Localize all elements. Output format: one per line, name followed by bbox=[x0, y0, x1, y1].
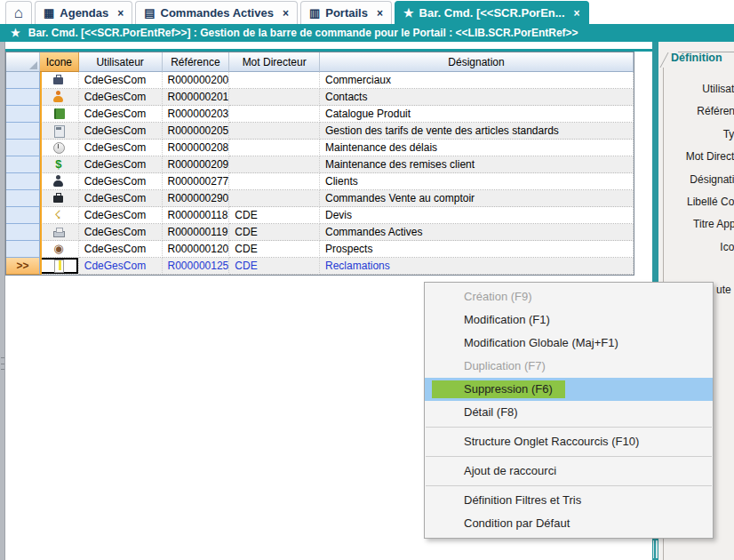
table-row[interactable]: CdeGesComR000000209Maintenance des remis… bbox=[6, 156, 634, 173]
field-label: Utilisate bbox=[686, 78, 734, 100]
row-selector[interactable] bbox=[6, 207, 40, 224]
star-icon bbox=[403, 7, 414, 19]
row-selector[interactable] bbox=[6, 106, 40, 123]
cell-designation: Commandes Vente au comptoir bbox=[320, 190, 634, 207]
row-selector[interactable] bbox=[6, 156, 40, 173]
table-row[interactable]: CdeGesComR000000200Commerciaux bbox=[6, 72, 634, 89]
cell-reference: R000000209 bbox=[163, 156, 230, 173]
cell-designation: Catalogue Produit bbox=[320, 106, 634, 123]
menu-separator bbox=[426, 456, 712, 457]
panel-partial-label: ute bbox=[716, 284, 731, 296]
cell-reference: R000000120 bbox=[163, 241, 230, 258]
close-icon[interactable]: × bbox=[574, 7, 580, 20]
command-bar-table: IconeUtilisateurRéférenceMot DirecteurDé… bbox=[5, 52, 634, 276]
menu-item-modification-globale-maj-f1[interactable]: Modification Globale (Maj+F1) bbox=[425, 332, 713, 355]
menu-item-création-f9[interactable]: Création (F9) bbox=[425, 285, 713, 308]
cell-icone bbox=[40, 207, 79, 224]
row-selector[interactable] bbox=[6, 173, 40, 190]
row-selector[interactable] bbox=[6, 72, 40, 89]
menu-item-duplication-f7[interactable]: Duplication (F7) bbox=[425, 355, 713, 378]
tab-definition[interactable]: Définition bbox=[671, 52, 722, 64]
tab-portails[interactable]: Portails× bbox=[300, 1, 392, 24]
cell-icone bbox=[40, 156, 79, 173]
table-row[interactable]: CdeGesComR000000205Gestion des tarifs de… bbox=[6, 123, 634, 140]
cell-reference: R000000118 bbox=[163, 207, 230, 224]
menu-item-définition-filtres-et-tris[interactable]: Définition Filtres et Tris bbox=[425, 489, 713, 512]
menu-item-condition-par-défaut[interactable]: Condition par Défaut bbox=[425, 512, 713, 535]
cell-designation: Prospects bbox=[320, 241, 634, 258]
row-selector[interactable] bbox=[6, 89, 40, 106]
menu-item-détail-f8[interactable]: Détail (F8) bbox=[425, 401, 713, 424]
cell-icone bbox=[40, 173, 79, 190]
cell-utilisateur: CdeGesCom bbox=[79, 258, 163, 275]
context-menu: Création (F9)Modification (F1)Modificati… bbox=[424, 282, 714, 539]
table-body: CdeGesComR000000200CommerciauxCdeGesComR… bbox=[6, 72, 634, 275]
cell-reference: R000000290 bbox=[163, 190, 230, 207]
table-row[interactable]: CdeGesComR000000290Commandes Vente au co… bbox=[6, 190, 634, 207]
row-selector[interactable]: >> bbox=[6, 258, 40, 275]
cell-utilisateur: CdeGesCom bbox=[79, 156, 163, 173]
tab-bar-cmd[interactable]: Bar. Cmd. [<<SCR.PorEn...× bbox=[395, 1, 589, 24]
menu-item-label: Suppression (F6) bbox=[432, 380, 565, 398]
row-selector[interactable] bbox=[6, 224, 40, 241]
cell-designation: Gestion des tarifs de vente des articles… bbox=[320, 123, 634, 140]
cell-reference: R000000203 bbox=[163, 106, 230, 123]
close-icon[interactable]: × bbox=[283, 7, 289, 20]
table-row[interactable]: CdeGesComR000000201Contacts bbox=[6, 89, 634, 106]
calendar-icon bbox=[44, 7, 54, 19]
cell-utilisateur: CdeGesCom bbox=[79, 123, 163, 140]
column-header-référence[interactable]: Référence bbox=[163, 52, 230, 72]
table-scroll-area bbox=[634, 52, 652, 276]
table-row[interactable]: CdeGesComR000000277Clients bbox=[6, 173, 634, 190]
tab-home[interactable] bbox=[5, 1, 32, 24]
column-header-utilisateur[interactable]: Utilisateur bbox=[79, 52, 163, 72]
column-header-icone[interactable]: Icone bbox=[40, 52, 79, 72]
screen-title-bar: Bar. Cmd. [<<SCR.PorEntRef>>] : Gestion … bbox=[0, 24, 734, 42]
star-icon bbox=[11, 27, 20, 39]
green-book-icon bbox=[52, 108, 65, 120]
menu-item-ajout-de-raccourci[interactable]: Ajout de raccourci bbox=[425, 460, 713, 483]
table-row[interactable]: CdeGesComR000000119CDECommandes Actives bbox=[6, 224, 634, 241]
cell-utilisateur: CdeGesCom bbox=[79, 224, 163, 241]
table-row[interactable]: >>CdeGesComR000000125CDEReclamations bbox=[6, 258, 634, 275]
row-selector[interactable] bbox=[6, 123, 40, 140]
cell-icone bbox=[40, 258, 79, 275]
tab-commandes-actives[interactable]: Commandes Actives× bbox=[135, 1, 298, 24]
table-row[interactable]: CdeGesComR000000120CDEProspects bbox=[6, 241, 634, 258]
tab-label: Portails bbox=[325, 6, 368, 20]
cell-designation: Commerciaux bbox=[320, 72, 634, 89]
column-header-désignation[interactable]: Désignation bbox=[320, 52, 634, 72]
row-selector[interactable] bbox=[6, 241, 40, 258]
close-icon[interactable]: × bbox=[377, 7, 383, 20]
cell-mot-directeur: CDE bbox=[229, 207, 320, 224]
splitter-grip-icon bbox=[1, 357, 4, 370]
cell-utilisateur: CdeGesCom bbox=[79, 72, 163, 89]
table-row[interactable]: CdeGesComR000000203Catalogue Produit bbox=[6, 106, 634, 123]
select-all-header[interactable] bbox=[6, 52, 40, 72]
field-label: Libellé Cou bbox=[686, 191, 734, 213]
tab-bar: Agendas×Commandes Actives×Portails×Bar. … bbox=[0, 0, 734, 24]
binoculars-icon bbox=[52, 243, 65, 255]
cell-mot-directeur bbox=[229, 173, 320, 190]
cell-mot-directeur bbox=[229, 72, 320, 89]
close-icon[interactable]: × bbox=[117, 7, 124, 20]
menu-item-suppression-f6[interactable]: Suppression (F6) bbox=[425, 378, 713, 401]
cell-designation: Contacts bbox=[320, 89, 634, 106]
menu-item-structure-onglet-raccourcis-f10[interactable]: Structure Onglet Raccourcis (F10) bbox=[425, 430, 713, 453]
cell-mot-directeur bbox=[229, 123, 320, 140]
cell-mot-directeur: CDE bbox=[229, 241, 320, 258]
cell-utilisateur: CdeGesCom bbox=[79, 106, 163, 123]
row-selector[interactable] bbox=[6, 190, 40, 207]
cell-icone bbox=[40, 72, 79, 89]
row-selector[interactable] bbox=[6, 140, 40, 156]
column-header-mot-directeur[interactable]: Mot Directeur bbox=[229, 52, 320, 72]
home-icon bbox=[14, 7, 23, 20]
menu-separator bbox=[426, 427, 712, 428]
person-orange-icon bbox=[52, 91, 65, 103]
table-row[interactable]: CdeGesComR000000208Maintenance des délai… bbox=[6, 140, 634, 156]
cell-reference: R000000125 bbox=[163, 258, 230, 275]
tab-agendas[interactable]: Agendas× bbox=[35, 1, 132, 24]
menu-item-modification-f1[interactable]: Modification (F1) bbox=[425, 308, 713, 332]
briefcase-icon bbox=[52, 74, 65, 86]
table-row[interactable]: CdeGesComR000000118CDEDevis bbox=[6, 207, 634, 224]
